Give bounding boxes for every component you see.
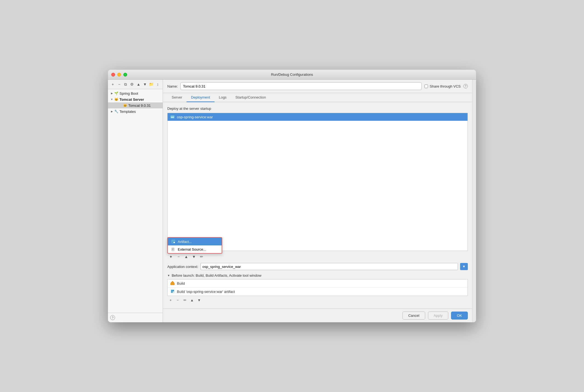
deploy-section-title: Deploy at the server startup: [167, 107, 468, 111]
external-source-icon: [171, 247, 176, 251]
spring-boot-label: Spring Boot: [119, 91, 138, 96]
tomcat-9031-icon: 🐱: [123, 103, 127, 108]
settings-button[interactable]: ⚙: [129, 81, 135, 87]
external-source-option[interactable]: External Source...: [168, 245, 222, 253]
before-launch-artifact[interactable]: Build 'osp-spring-service:war' artifact: [168, 288, 468, 296]
before-launch-build[interactable]: Build: [168, 279, 468, 288]
move-up-button[interactable]: ▲: [136, 81, 141, 87]
traffic-lights: [111, 73, 127, 77]
content-area: Name: Share through VCS ? Server Deploym…: [163, 80, 472, 322]
svg-rect-6: [174, 242, 175, 243]
sidebar-tree: ▶ 🌱 Spring Boot ▼ 🐱 Tomcat Server 🐱 Tomc…: [108, 89, 163, 313]
sidebar-help-button[interactable]: ?: [110, 315, 115, 320]
tomcat-9031-label: Tomcat 9.0.31: [128, 103, 151, 108]
app-context-input[interactable]: [201, 263, 458, 270]
up-before-launch-button[interactable]: ▲: [189, 297, 195, 303]
move-down-deploy-button[interactable]: ▼: [190, 253, 198, 260]
spring-boot-toggle-icon: ▶: [110, 92, 114, 95]
svg-rect-4: [174, 240, 175, 242]
remove-deploy-button[interactable]: −: [175, 253, 182, 260]
artifact-option[interactable]: Artifact...: [168, 238, 222, 245]
down-before-launch-button[interactable]: ▼: [196, 297, 202, 303]
spring-boot-icon: 🌱: [114, 91, 118, 96]
templates-icon: 🔧: [114, 109, 118, 114]
templates-toggle-icon: ▶: [110, 110, 114, 113]
svg-marker-12: [171, 281, 174, 283]
before-launch-toggle-icon[interactable]: ▼: [167, 274, 170, 277]
deploy-list-item[interactable]: war osp-spring-service:war: [168, 113, 468, 121]
apply-button[interactable]: Apply: [428, 312, 449, 320]
move-up-deploy-button[interactable]: ▲: [183, 253, 190, 260]
tabs-row: Server Deployment Logs Startup/Connectio…: [163, 93, 472, 102]
before-launch-list: Build: [167, 279, 468, 296]
svg-rect-14: [171, 290, 173, 291]
before-launch-header: ▼ Before launch: Build, Build Artifacts,…: [167, 273, 468, 278]
tab-startup[interactable]: Startup/Connection: [231, 93, 270, 102]
sort-button[interactable]: ↕: [155, 81, 160, 87]
edit-before-launch-button[interactable]: ✏: [182, 297, 188, 303]
sidebar-item-spring-boot[interactable]: ▶ 🌱 Spring Boot: [108, 90, 163, 96]
tomcat-server-icon: 🐱: [114, 97, 118, 102]
edit-deploy-button[interactable]: ✏: [198, 253, 205, 260]
title-bar: Run/Debug Configurations: [108, 70, 476, 80]
share-vcs-checkbox[interactable]: [424, 85, 428, 88]
app-context-dropdown-button[interactable]: ▼: [460, 263, 468, 270]
close-button[interactable]: [111, 73, 115, 77]
svg-rect-3: [172, 240, 173, 242]
before-launch-section: ▼ Before launch: Build, Build Artifacts,…: [167, 273, 468, 304]
before-launch-toolbar: + − ✏ ▲ ▼: [167, 296, 468, 304]
sidebar: + − ⧉ ⚙ ▲ ▼ 📁 ↕ ▶ 🌱 Spring Boot ▼: [108, 80, 163, 322]
name-input[interactable]: [180, 82, 422, 90]
tab-logs[interactable]: Logs: [215, 93, 231, 102]
name-help-icon[interactable]: ?: [463, 84, 468, 88]
artifact-build-icon: [170, 289, 175, 294]
folder-button[interactable]: 📁: [149, 81, 154, 87]
window-title: Run/Debug Configurations: [271, 72, 313, 77]
tomcat-server-label: Tomcat Server: [119, 97, 144, 102]
app-context-row: Application context: ▼: [167, 263, 468, 270]
deploy-item-label: osp-spring-service:war: [177, 115, 213, 119]
scrollbar[interactable]: [472, 80, 476, 322]
svg-rect-16: [171, 292, 173, 293]
run-debug-dialog: Run/Debug Configurations + − ⧉ ⚙ ▲ ▼ 📁 ↕…: [108, 70, 476, 322]
templates-label: Templates: [119, 110, 136, 114]
sidebar-item-templates[interactable]: ▶ 🔧 Templates: [108, 108, 163, 114]
add-config-button[interactable]: +: [110, 81, 115, 87]
cancel-button[interactable]: Cancel: [402, 312, 425, 320]
maximize-button[interactable]: [123, 73, 127, 77]
add-before-launch-button[interactable]: +: [167, 297, 174, 303]
sidebar-toolbar: + − ⧉ ⚙ ▲ ▼ 📁 ↕: [108, 80, 163, 89]
before-launch-title: Before launch: Build, Build Artifacts, A…: [172, 273, 262, 278]
svg-rect-15: [173, 290, 174, 291]
deploy-toolbar: + − ▲ ▼ ✏: [167, 252, 468, 261]
share-vcs-label: Share through VCS: [430, 84, 461, 88]
move-down-button[interactable]: ▼: [142, 81, 148, 87]
artifact-option-label: Artifact...: [178, 240, 192, 244]
war-icon: war: [170, 115, 175, 119]
remove-before-launch-button[interactable]: −: [174, 297, 181, 303]
external-source-label: External Source...: [178, 247, 206, 251]
copy-config-button[interactable]: ⧉: [123, 81, 128, 87]
svg-rect-17: [173, 292, 174, 293]
remove-config-button[interactable]: −: [116, 81, 122, 87]
share-checkbox-group: Share through VCS: [424, 84, 461, 88]
add-deploy-button[interactable]: +: [167, 253, 174, 260]
app-context-label: Application context:: [167, 265, 198, 269]
tab-server[interactable]: Server: [167, 93, 187, 102]
artifact-icon: [171, 239, 176, 244]
sidebar-item-tomcat-9031[interactable]: 🐱 Tomcat 9.0.31: [108, 102, 163, 108]
ok-button[interactable]: OK: [451, 312, 468, 320]
footer: Cancel Apply OK: [163, 309, 472, 322]
minimize-button[interactable]: [117, 73, 121, 77]
main-body: + − ⧉ ⚙ ▲ ▼ 📁 ↕ ▶ 🌱 Spring Boot ▼: [108, 80, 476, 322]
tomcat-server-toggle-icon: ▼: [110, 98, 114, 101]
deploy-list: war osp-spring-service:war: [167, 113, 468, 251]
svg-rect-5: [172, 242, 173, 243]
name-row: Name: Share through VCS ?: [163, 80, 472, 93]
before-launch-artifact-label: Build 'osp-spring-service:war' artifact: [177, 290, 235, 294]
tab-deployment[interactable]: Deployment: [187, 93, 214, 102]
name-label: Name:: [167, 84, 178, 88]
build-icon: [170, 281, 175, 286]
svg-text:war: war: [171, 116, 174, 118]
sidebar-item-tomcat-server[interactable]: ▼ 🐱 Tomcat Server: [108, 96, 163, 102]
